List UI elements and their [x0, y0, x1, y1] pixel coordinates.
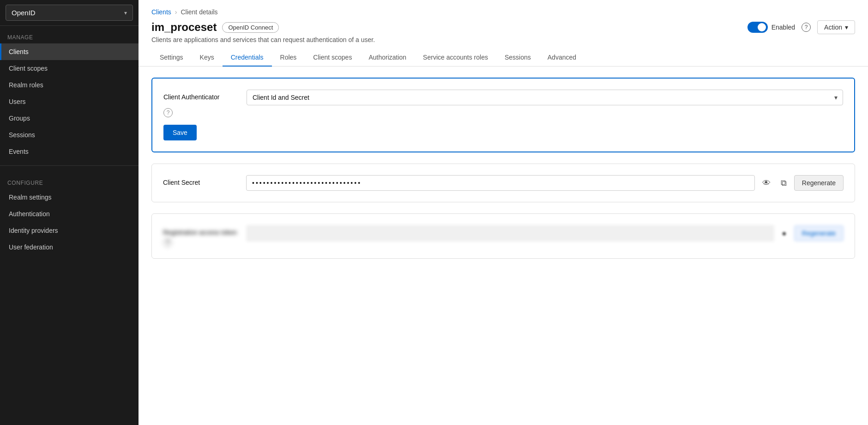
registration-token-row: Registration access token ? ● Regenerate — [163, 225, 844, 247]
sidebar-item-realm-settings[interactable]: Realm settings — [0, 189, 139, 206]
breadcrumb-separator: › — [175, 8, 177, 16]
configure-section-label: Configure — [0, 171, 139, 189]
page-title: im_proceset — [151, 21, 217, 34]
breadcrumb-current: Client details — [181, 8, 217, 16]
sidebar-item-identity-providers[interactable]: Identity providers — [0, 222, 139, 239]
sidebar-item-realm-roles[interactable]: Realm roles — [0, 77, 139, 93]
tab-roles[interactable]: Roles — [272, 49, 305, 67]
page-title-row: im_proceset OpenID Connect Enabled ? Act… — [139, 18, 868, 35]
show-secret-button[interactable]: 👁 — [760, 176, 773, 191]
sidebar-item-user-federation[interactable]: User federation — [0, 239, 139, 255]
help-icon[interactable]: ? — [802, 23, 811, 32]
page-title-right: Enabled ? Action ▾ — [747, 20, 855, 34]
realm-selector-chevron: ▾ — [124, 10, 127, 16]
client-secret-card: Client Secret 👁 ⧉ Regenerate — [151, 164, 855, 202]
openid-connect-badge: OpenID Connect — [222, 22, 279, 33]
action-label: Action — [824, 24, 842, 31]
action-button[interactable]: Action ▾ — [817, 20, 855, 34]
tab-authorization[interactable]: Authorization — [360, 49, 415, 67]
client-secret-input[interactable] — [246, 175, 755, 191]
authenticator-control: Client Id and SecretSigned JWTSigned JWT… — [247, 90, 843, 105]
sidebar-item-client-scopes[interactable]: Client scopes — [0, 60, 139, 77]
sidebar-configure-items: Realm settingsAuthenticationIdentity pro… — [0, 189, 139, 255]
sidebar-item-users[interactable]: Users — [0, 93, 139, 110]
breadcrumb-parent[interactable]: Clients — [151, 8, 171, 16]
authenticator-label: Client Authenticator — [163, 90, 237, 101]
sidebar: OpenID ▾ Manage ClientsClient scopesReal… — [0, 0, 139, 425]
registration-token-card: Registration access token ? ● Regenerate — [151, 213, 855, 259]
tab-service-accounts-roles[interactable]: Service accounts roles — [415, 49, 496, 67]
breadcrumb: Clients › Client details — [139, 0, 868, 18]
registration-token-label-text: Registration access token — [163, 229, 237, 236]
sidebar-divider — [0, 165, 139, 166]
client-secret-row: Client Secret 👁 ⧉ Regenerate — [163, 175, 844, 191]
realm-selector[interactable]: OpenID ▾ — [6, 5, 133, 21]
sidebar-header: OpenID ▾ — [0, 0, 139, 26]
tabs-bar: SettingsKeysCredentialsRolesClient scope… — [139, 49, 868, 67]
toggle-knob — [758, 23, 766, 31]
page-subtitle: Clients are applications and services th… — [139, 35, 868, 49]
main-content: Clients › Client details im_proceset Ope… — [139, 0, 868, 425]
content-area: Client Authenticator Client Id and Secre… — [139, 67, 868, 270]
sidebar-item-groups[interactable]: Groups — [0, 110, 139, 127]
sidebar-item-sessions[interactable]: Sessions — [0, 127, 139, 143]
save-button[interactable]: Save — [163, 125, 197, 140]
registration-token-value — [246, 225, 774, 242]
authenticator-select[interactable]: Client Id and SecretSigned JWTSigned JWT… — [247, 90, 843, 105]
sidebar-item-authentication[interactable]: Authentication — [0, 206, 139, 222]
tab-sessions[interactable]: Sessions — [496, 49, 539, 67]
client-authenticator-card: Client Authenticator Client Id and Secre… — [151, 78, 855, 152]
secret-row: 👁 ⧉ Regenerate — [246, 175, 844, 191]
manage-section-label: Manage — [0, 26, 139, 43]
tab-advanced[interactable]: Advanced — [539, 49, 585, 67]
registration-secret-row: ● Regenerate — [246, 225, 844, 242]
regenerate-secret-button[interactable]: Regenerate — [794, 175, 844, 191]
tab-keys[interactable]: Keys — [192, 49, 223, 67]
client-secret-label: Client Secret — [163, 175, 237, 186]
realm-name: OpenID — [12, 9, 36, 17]
sidebar-item-clients[interactable]: Clients — [0, 43, 139, 60]
tab-credentials[interactable]: Credentials — [223, 49, 272, 67]
registration-token-hint-icon: ? — [163, 238, 172, 247]
tab-settings[interactable]: Settings — [151, 49, 192, 67]
show-registration-token-button: ● — [779, 226, 790, 241]
enabled-toggle-row: Enabled — [747, 22, 795, 33]
copy-secret-button[interactable]: ⧉ — [778, 176, 790, 191]
action-chevron-icon: ▾ — [845, 24, 848, 31]
page-title-left: im_proceset OpenID Connect — [151, 21, 279, 34]
sidebar-item-events[interactable]: Events — [0, 143, 139, 160]
registration-token-label: Registration access token ? — [163, 225, 237, 247]
tab-client-scopes[interactable]: Client scopes — [305, 49, 360, 67]
sidebar-manage-items: ClientsClient scopesRealm rolesUsersGrou… — [0, 43, 139, 160]
enabled-toggle[interactable] — [747, 22, 768, 33]
regenerate-registration-button: Regenerate — [794, 225, 844, 241]
authenticator-hint-icon[interactable]: ? — [163, 108, 173, 117]
authenticator-form-row: Client Authenticator Client Id and Secre… — [163, 90, 843, 105]
enabled-label: Enabled — [772, 24, 795, 31]
